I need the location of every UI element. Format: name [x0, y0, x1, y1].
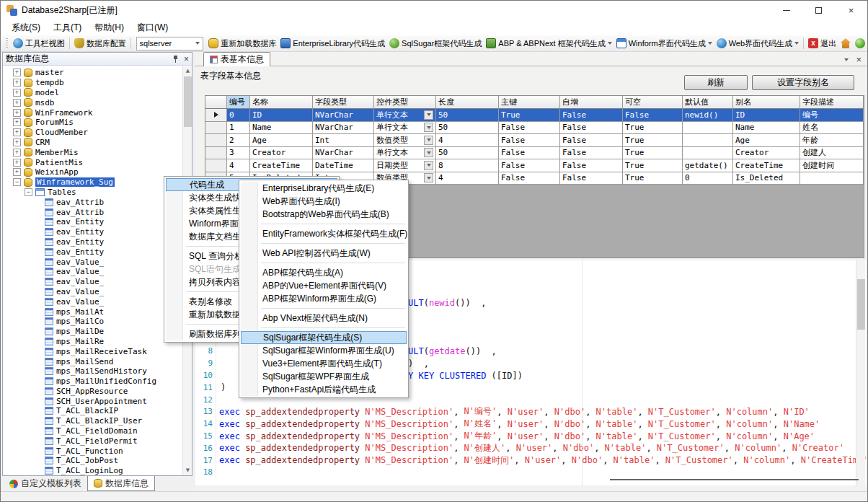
expand-toggle[interactable]: + — [13, 138, 21, 146]
tree-item[interactable]: T_ACL_Function — [3, 446, 182, 456]
grid-cell[interactable]: True — [499, 109, 560, 122]
grid-cell[interactable]: 姓名 — [800, 122, 864, 135]
toolbar-button-db-refresh[interactable]: 重新加载数据库 — [206, 37, 278, 50]
expand-toggle[interactable]: + — [13, 99, 21, 107]
tree-item[interactable]: +master — [3, 68, 182, 78]
tree-item[interactable]: mps_MailReceiveTask — [3, 346, 182, 356]
code-scrollbar[interactable] — [856, 260, 865, 485]
menu-item[interactable]: Bootstrap的Web界面代码生成(B) — [241, 208, 407, 221]
minimize-button[interactable] — [770, 1, 802, 19]
dropdown-button[interactable] — [424, 123, 433, 132]
grid-cell[interactable]: True — [623, 122, 683, 135]
tree-item[interactable]: eav_Entity — [3, 237, 182, 247]
grid-cell[interactable]: 4 — [436, 134, 499, 147]
grid-cell[interactable] — [800, 172, 864, 185]
tree-item[interactable]: T_ACL_BlackIP_User — [3, 416, 182, 426]
tree-item[interactable]: SCH_AppResource — [3, 387, 182, 397]
tree-item[interactable]: T_ACL_JobPost — [3, 456, 182, 466]
tree-item[interactable]: −Tables — [3, 188, 182, 198]
expand-toggle[interactable]: + — [13, 89, 21, 97]
grid-cell[interactable]: True — [623, 134, 683, 147]
dropdown-button[interactable] — [424, 136, 433, 145]
grid-cell[interactable]: CreateTime — [250, 159, 313, 172]
grid-cell[interactable]: 编号 — [800, 109, 864, 122]
grid-cell[interactable]: Age — [733, 134, 800, 147]
expand-toggle[interactable]: + — [13, 118, 21, 126]
close-button[interactable]: × — [835, 1, 867, 19]
menu-item[interactable]: 工具(T) — [47, 19, 88, 36]
column-header[interactable]: 主键 — [499, 96, 560, 109]
toolbar-button-globe[interactable]: 工具栏视图 — [11, 37, 67, 50]
grid-cell[interactable]: False — [499, 122, 560, 135]
grid-cell[interactable]: 1 — [227, 122, 250, 135]
grid-cell[interactable]: 单行文本 — [374, 122, 436, 135]
grid-cell[interactable]: 创建人 — [800, 147, 864, 160]
tree-item[interactable]: +WinFramework — [3, 107, 182, 118]
grid-cell[interactable]: newid() — [683, 109, 733, 122]
toolbar-button-key[interactable]: 数据库配置 — [72, 37, 128, 50]
panel-close-icon[interactable]: × — [184, 55, 189, 63]
tree-item[interactable]: mps_MailRe — [3, 337, 182, 347]
grid-cell[interactable]: True — [623, 147, 683, 160]
tree-item[interactable]: mps_MailSend — [3, 356, 182, 366]
row-selector[interactable] — [205, 122, 227, 135]
grid-cell[interactable]: False — [499, 147, 560, 160]
tree-item[interactable]: eav_Value_ — [3, 287, 182, 297]
grid-cell[interactable]: 创建时间 — [800, 159, 864, 172]
toolbar-button-sphere[interactable] — [853, 37, 867, 50]
column-header[interactable]: 长度 — [436, 96, 499, 109]
grid-cell[interactable]: CreateTime — [733, 159, 800, 172]
grid-row[interactable]: 0IDNVarChar单行文本50TrueFalseFalsenewid()ID… — [205, 109, 864, 122]
tree-item[interactable]: T_ACL_LoginLog — [3, 466, 182, 475]
grid-cell[interactable]: False — [499, 159, 560, 172]
tree-item[interactable]: +CRM — [3, 138, 182, 148]
grid-cell[interactable]: 50 — [436, 147, 499, 160]
grid-row[interactable]: 1NameNVarChar单行文本50FalseFalseTrueName姓名 — [205, 122, 864, 135]
tree-item[interactable]: mps_MailDe — [3, 327, 182, 337]
grid-cell[interactable]: False — [560, 172, 623, 185]
grid-cell[interactable]: 0 — [683, 172, 733, 185]
expand-toggle[interactable]: + — [13, 168, 21, 176]
menu-item[interactable]: Web界面代码生成(I) — [241, 195, 407, 208]
grid-cell[interactable]: ID — [733, 109, 800, 122]
tree-item[interactable]: mps_MailUnifiedConfig — [3, 376, 182, 387]
grid-cell[interactable]: 单行文本 — [374, 109, 436, 122]
grid-cell[interactable]: True — [623, 172, 683, 185]
column-header[interactable]: 别名 — [733, 96, 800, 109]
tree-item[interactable]: +ForumMis — [3, 118, 182, 128]
grid-row[interactable]: 3CreatorNVarChar单行文本50FalseFalseTrueCrea… — [205, 147, 864, 160]
tree-item[interactable]: +PatientMis — [3, 157, 182, 167]
menu-item[interactable]: Vue3+Element界面代码生成(T) — [241, 357, 407, 370]
grid-cell[interactable]: 2 — [227, 134, 250, 147]
set-field-alias-button[interactable]: 设置字段别名 — [752, 75, 854, 90]
menu-item[interactable]: Web API控制器代码生成(W) — [241, 247, 407, 260]
dropdown-button[interactable] — [424, 161, 433, 170]
grid-cell[interactable]: False — [560, 147, 623, 160]
toolbar-button-winform[interactable]: Winform界面代码生成 — [614, 37, 714, 50]
grid-cell[interactable]: 年龄 — [800, 134, 864, 147]
grid-cell[interactable]: False — [499, 172, 560, 185]
expand-toggle[interactable]: + — [13, 79, 21, 87]
menu-item[interactable]: ABP的Vue+Element界面代码(V) — [241, 279, 407, 292]
scroll-thumb[interactable] — [184, 76, 192, 127]
menu-item[interactable]: EntityFramework实体框架代码生成(F) — [241, 227, 407, 240]
tree-item[interactable]: eav_Entity — [3, 247, 182, 257]
expand-toggle[interactable]: − — [25, 188, 32, 196]
toolbar-button-home[interactable] — [838, 37, 853, 50]
menu-item[interactable]: 系统(S) — [5, 19, 47, 36]
tree-item[interactable]: eav_Value_ — [3, 277, 182, 287]
tree-item[interactable]: eav_Attrib — [3, 197, 182, 207]
menu-item[interactable]: Python+FastApi后端代码生成 — [241, 383, 407, 396]
chevron-down-icon[interactable] — [844, 58, 849, 61]
grid-cell[interactable]: False — [560, 134, 623, 147]
grid-row[interactable]: 4CreateTimeDateTime日期类型8FalseFalseTruege… — [205, 159, 864, 172]
column-header[interactable]: 自增 — [560, 96, 623, 109]
grid-cell[interactable]: False — [623, 109, 683, 122]
grid-cell[interactable]: 日期类型 — [374, 159, 436, 172]
tree-item[interactable]: +tempdb — [3, 78, 182, 88]
tree-item[interactable]: T_ACL_FieldPermit — [3, 436, 182, 446]
grid-cell[interactable]: True — [623, 159, 683, 172]
grid-cell[interactable]: 单行文本 — [374, 147, 436, 160]
pin-icon[interactable] — [172, 55, 179, 63]
tree-item[interactable]: T_ACL_BlackIP — [3, 406, 182, 416]
